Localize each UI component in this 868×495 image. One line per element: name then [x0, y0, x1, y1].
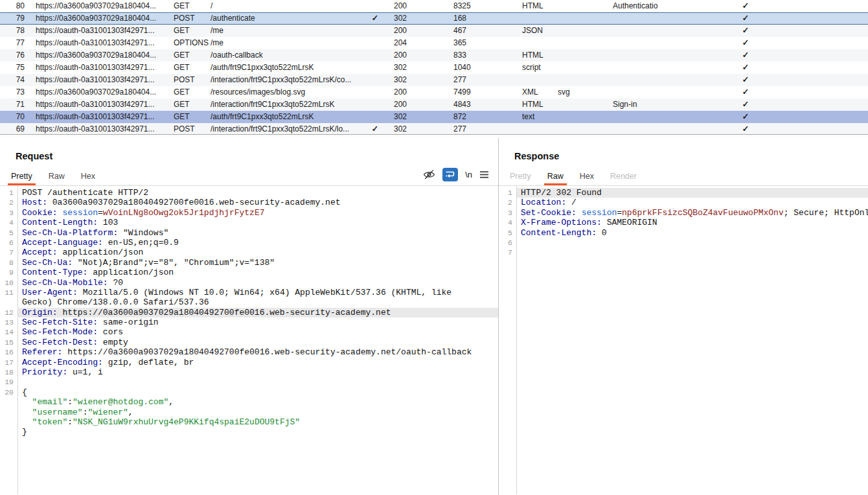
row-method: GET	[174, 86, 210, 98]
code-line: 1POST /authenticate HTTP/2	[0, 188, 498, 198]
row-extension	[554, 111, 609, 123]
row-id: 78	[0, 25, 30, 37]
history-row[interactable]: 76 https://0a3600a9037029a180404... GET …	[0, 49, 868, 62]
row-edited-check: ✓	[361, 123, 389, 134]
row-tls-check: ✓	[658, 37, 833, 49]
row-title: Sign-in	[609, 98, 658, 111]
line-number: 4	[499, 218, 516, 227]
row-tls-check: ✓	[658, 62, 833, 74]
row-length: 4843	[450, 98, 518, 111]
row-length: 872	[450, 111, 518, 123]
row-length: 1040	[450, 62, 518, 74]
line-number	[0, 297, 17, 307]
line-number	[0, 397, 17, 407]
row-host: https://0a3600a9037029a180404...	[30, 86, 174, 98]
code-line: 10Sec-Ch-Ua-Mobile: ?0	[0, 278, 498, 288]
code-line: Gecko) Chrome/138.0.0.0 Safari/537.36	[0, 297, 498, 307]
history-row[interactable]: 77 https://oauth-0a31001303f42971... OPT…	[0, 37, 868, 49]
row-length: 277	[450, 74, 518, 86]
row-title	[609, 86, 658, 98]
line-number: 2	[499, 198, 516, 207]
line-number: 19	[0, 377, 17, 387]
history-row[interactable]: 69 https://oauth-0a31001303f42971... POS…	[0, 123, 868, 134]
row-status: 200	[389, 0, 450, 12]
row-host: https://0a3600a9037029a180404...	[30, 0, 174, 12]
tab-hex[interactable]: Hex	[78, 172, 98, 185]
history-row[interactable]: 70 https://oauth-0a31001303f42971... GET…	[0, 111, 868, 123]
row-id: 74	[0, 74, 30, 86]
row-tls-check: ✓	[658, 123, 833, 134]
code-line: 18Priority: u=1, i	[0, 367, 498, 377]
menu-icon[interactable]	[479, 170, 489, 179]
code-line: 13Sec-Fetch-Site: same-origin	[0, 317, 498, 327]
tab-render: Render	[607, 172, 640, 185]
tab-raw[interactable]: Raw	[544, 172, 567, 185]
row-edited-check	[361, 111, 389, 123]
row-host: https://0a3600a9037029a180404...	[30, 12, 174, 25]
row-edited-check	[361, 37, 389, 49]
row-mime-type: XML	[518, 86, 554, 98]
row-id: 69	[0, 123, 30, 134]
row-id: 71	[0, 98, 30, 111]
code-line: 20{	[0, 387, 498, 397]
line-number	[0, 408, 17, 417]
code-line: 4X-Frame-Options: SAMEORIGIN	[499, 218, 868, 227]
row-length: 467	[450, 25, 518, 37]
history-row[interactable]: 75 https://oauth-0a31001303f42971... GET…	[0, 62, 868, 74]
request-editor[interactable]: 1POST /authenticate HTTP/22Host: 0a3600a…	[0, 186, 498, 494]
row-mime-type	[518, 123, 554, 134]
code-line: 11User-Agent: Mozilla/5.0 (Windows NT 10…	[0, 288, 498, 297]
code-line: 5Sec-Ch-Ua-Platform: "Windows"	[0, 228, 498, 238]
line-number: 6	[0, 238, 17, 248]
row-mime-type	[518, 74, 554, 86]
code-line: 1HTTP/2 302 Found	[499, 188, 868, 198]
line-number: 9	[0, 268, 17, 277]
row-tls-check: ✓	[658, 25, 833, 37]
line-number: 7	[0, 248, 17, 257]
tab-pretty[interactable]: Pretty	[8, 172, 36, 185]
http-history-table[interactable]: 80 https://0a3600a9037029a180404... GET …	[0, 0, 868, 134]
newline-icon[interactable]: \n	[465, 170, 472, 179]
line-number: 18	[0, 367, 17, 377]
row-status: 200	[389, 86, 450, 98]
line-number: 4	[0, 218, 17, 227]
row-extension	[554, 98, 609, 111]
row-host: https://oauth-0a31001303f42971...	[30, 74, 174, 86]
row-host: https://oauth-0a31001303f42971...	[30, 37, 174, 49]
request-panel-title: Request	[16, 151, 498, 163]
history-row[interactable]: 71 https://oauth-0a31001303f42971... GET…	[0, 98, 868, 111]
tab-hex[interactable]: Hex	[577, 172, 597, 185]
code-line: 14Sec-Fetch-Mode: cors	[0, 327, 498, 337]
word-wrap-icon[interactable]	[442, 168, 458, 181]
row-id: 79	[0, 12, 30, 25]
history-row[interactable]: 74 https://oauth-0a31001303f42971... POS…	[0, 74, 868, 86]
code-line: 2Location: /	[499, 198, 868, 207]
row-method: GET	[174, 0, 210, 12]
row-host: https://oauth-0a31001303f42971...	[30, 111, 174, 123]
row-method: GET	[174, 111, 210, 123]
code-line: 19	[0, 377, 498, 387]
row-path: /authenticate	[210, 12, 361, 25]
code-line: 3Cookie: session=wVoinLNg8oOwg2ok5Jr1pdj…	[0, 208, 498, 218]
history-row[interactable]: 73 https://0a3600a9037029a180404... GET …	[0, 86, 868, 98]
history-row[interactable]: 79 https://0a3600a9037029a180404... POST…	[0, 12, 868, 25]
code-line: "token":"NSK_NG1uW9rxhuUrvg4eP9KKifq4spa…	[0, 417, 498, 427]
row-status: 200	[389, 49, 450, 62]
response-editor[interactable]: 1HTTP/2 302 Found2Location: /3Set-Cookie…	[499, 186, 868, 494]
row-extension	[554, 37, 609, 49]
code-line: 2Host: 0a3600a9037029a18040492700fe0016.…	[0, 198, 498, 207]
code-line: 15Sec-Fetch-Dest: empty	[0, 338, 498, 347]
row-tls-check: ✓	[658, 86, 833, 98]
row-title	[609, 111, 658, 123]
row-tls-check: ✓	[658, 12, 833, 25]
row-method: GET	[174, 98, 210, 111]
row-status: 302	[389, 62, 450, 74]
line-number: 20	[0, 387, 17, 397]
row-host: https://oauth-0a31001303f42971...	[30, 123, 174, 134]
history-row[interactable]: 80 https://0a3600a9037029a180404... GET …	[0, 0, 868, 12]
eye-off-icon[interactable]	[423, 169, 435, 180]
history-row[interactable]: 78 https://oauth-0a31001303f42971... GET…	[0, 25, 868, 37]
line-number: 6	[499, 238, 516, 248]
code-line: 7	[499, 248, 868, 257]
tab-raw[interactable]: Raw	[45, 172, 68, 185]
